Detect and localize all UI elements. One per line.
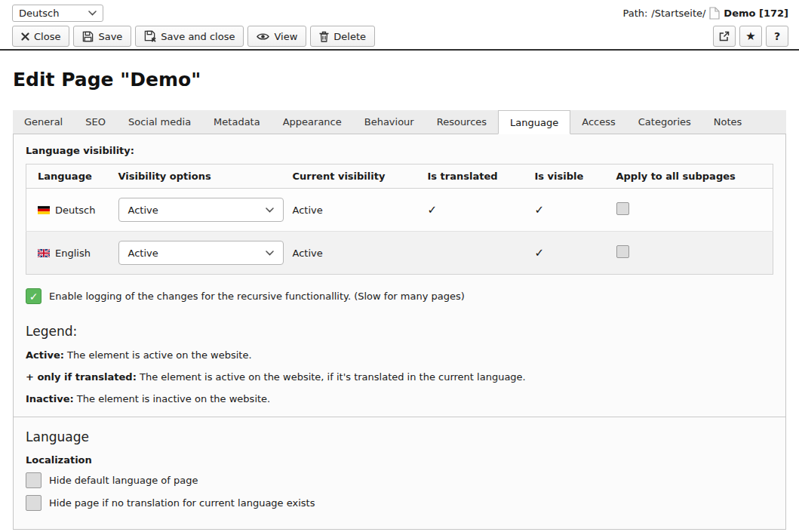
- is-translated-check-icon: ✓: [428, 203, 438, 217]
- apply-subpages-checkbox-english[interactable]: [616, 245, 629, 258]
- col-visibility-options: Visibility options: [118, 165, 293, 189]
- localization-subheading: Localization: [26, 454, 773, 466]
- col-is-visible: Is visible: [535, 165, 616, 189]
- star-icon: ★: [745, 29, 755, 43]
- question-icon: ?: [774, 30, 780, 42]
- tab-categories[interactable]: Categories: [627, 110, 702, 134]
- flag-united-kingdom-icon: [38, 249, 50, 257]
- open-in-new-window-button[interactable]: [713, 26, 736, 47]
- view-button[interactable]: View: [247, 26, 306, 47]
- favorite-button[interactable]: ★: [739, 26, 762, 47]
- save-and-close-icon: [144, 30, 156, 42]
- chevron-down-icon: [266, 251, 274, 256]
- language-visibility-heading: Language visibility:: [26, 145, 773, 156]
- language-tab-panel: Language visibility: Language Visibility…: [13, 134, 786, 530]
- hide-default-language-label: Hide default language of page: [49, 475, 198, 486]
- tab-seo[interactable]: SEO: [74, 110, 117, 134]
- language-name: Deutsch: [55, 204, 96, 216]
- path-label: Path:: [622, 8, 647, 19]
- trash-icon: [319, 31, 329, 42]
- check-icon: ✓: [29, 291, 38, 303]
- chevron-down-icon: [88, 11, 97, 16]
- col-apply-to-all-subpages: Apply to all subpages: [616, 165, 773, 189]
- visibility-select-english[interactable]: Active: [118, 241, 284, 265]
- help-button[interactable]: ?: [766, 26, 788, 47]
- tab-resources[interactable]: Resources: [426, 110, 498, 134]
- save-icon: [82, 31, 94, 42]
- apply-subpages-checkbox-deutsch[interactable]: [616, 202, 629, 215]
- legend-heading: Legend:: [26, 324, 773, 339]
- path-link[interactable]: /Startseite/: [651, 8, 705, 19]
- hide-page-no-translation-row: Hide page if no translation for current …: [26, 495, 773, 511]
- current-visibility-value: Active: [293, 189, 428, 232]
- topbar: Deutsch Path: /Startseite/ Demo [172] Cl…: [0, 0, 799, 51]
- flag-germany-icon: [38, 206, 50, 214]
- tab-notes[interactable]: Notes: [702, 110, 754, 134]
- legend-item-active: Active: The element is active on the web…: [26, 349, 773, 361]
- table-row-deutsch: Deutsch Active Active ✓: [26, 189, 773, 232]
- visibility-select-deutsch[interactable]: Active: [118, 198, 284, 222]
- language-name: English: [55, 248, 91, 259]
- tabbar: General SEO Social media Metadata Appear…: [13, 110, 786, 134]
- hide-page-no-translation-label: Hide page if no translation for current …: [49, 497, 315, 509]
- col-current-visibility: Current visibility: [293, 165, 428, 189]
- chevron-down-icon: [266, 208, 274, 213]
- page-ref: Demo [172]: [724, 8, 788, 19]
- ui-language-select[interactable]: Deutsch: [12, 5, 103, 22]
- utility-toolbar: ★ ?: [713, 26, 788, 47]
- table-row-english: English Active Active: [26, 232, 773, 275]
- is-visible-check-icon: ✓: [535, 246, 545, 260]
- eye-icon: [257, 32, 269, 41]
- hide-default-language-checkbox[interactable]: [26, 472, 41, 488]
- close-button[interactable]: Close: [12, 26, 69, 47]
- hide-default-language-row: Hide default language of page: [26, 472, 773, 488]
- tab-social-media[interactable]: Social media: [117, 110, 202, 134]
- tab-general[interactable]: General: [13, 110, 74, 134]
- language-localization-section: Language Localization Hide default langu…: [14, 417, 785, 529]
- tab-appearance[interactable]: Appearance: [272, 110, 353, 134]
- current-visibility-value: Active: [293, 232, 428, 275]
- page-icon: [709, 7, 720, 20]
- page-title: Edit Page "Demo": [13, 69, 799, 91]
- hide-page-no-translation-checkbox[interactable]: [26, 495, 41, 511]
- enable-logging-label: Enable logging of the changes for the re…: [49, 291, 465, 302]
- external-link-icon: [719, 31, 730, 42]
- col-language: Language: [26, 165, 118, 189]
- enable-logging-checkbox[interactable]: ✓: [26, 288, 41, 304]
- col-is-translated: Is translated: [428, 165, 535, 189]
- breadcrumb: Path: /Startseite/ Demo [172]: [622, 7, 788, 20]
- tab-metadata[interactable]: Metadata: [202, 110, 272, 134]
- tab-access[interactable]: Access: [570, 110, 627, 134]
- delete-button[interactable]: Delete: [310, 26, 375, 47]
- main-toolbar: Close Save Save and close View: [12, 26, 375, 47]
- language-visibility-table: Language Visibility options Current visi…: [26, 164, 773, 275]
- close-icon: [21, 32, 29, 41]
- tab-language[interactable]: Language: [498, 110, 570, 134]
- legend-item-inactive: Inactive: The element is inactive on the…: [26, 393, 773, 404]
- ui-language-select-value: Deutsch: [19, 8, 60, 19]
- legend-item-only-if-translated: + only if translated: The element is act…: [26, 371, 773, 383]
- is-visible-check-icon: ✓: [535, 203, 545, 217]
- language-section-heading: Language: [26, 429, 773, 444]
- save-and-close-button[interactable]: Save and close: [135, 26, 244, 47]
- table-header-row: Language Visibility options Current visi…: [26, 165, 773, 189]
- save-button[interactable]: Save: [73, 26, 131, 47]
- tab-behaviour[interactable]: Behaviour: [353, 110, 426, 134]
